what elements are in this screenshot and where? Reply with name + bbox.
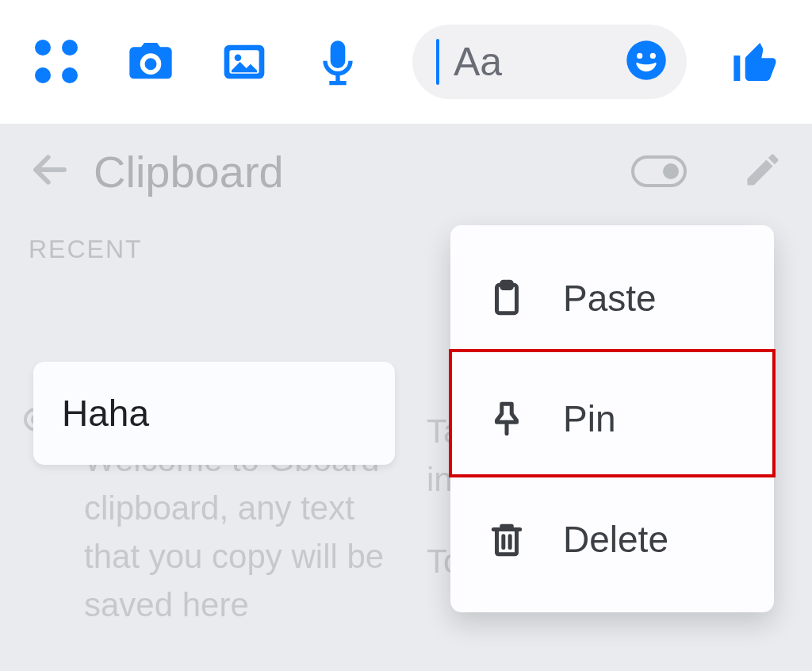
menu-item-delete[interactable]: Delete xyxy=(450,479,774,600)
clip-context-menu: Paste Pin Delete xyxy=(450,225,774,612)
clipboard-clip-chip[interactable]: Haha xyxy=(33,362,395,465)
pin-icon xyxy=(485,399,528,439)
message-input[interactable]: Aa xyxy=(412,25,687,99)
svg-point-5 xyxy=(650,53,656,59)
menu-item-pin[interactable]: Pin xyxy=(450,359,774,479)
thumbs-up-icon[interactable] xyxy=(730,36,780,87)
clip-chip-text: Haha xyxy=(62,392,149,435)
trash-icon xyxy=(485,520,528,559)
menu-label-delete: Delete xyxy=(563,518,739,561)
svg-point-4 xyxy=(637,53,642,59)
menu-item-paste[interactable]: Paste xyxy=(450,238,774,359)
edit-icon[interactable] xyxy=(742,149,783,194)
svg-point-3 xyxy=(626,40,666,80)
emoji-icon[interactable] xyxy=(625,39,668,85)
clipboard-title: Clipboard xyxy=(94,146,609,197)
gallery-icon[interactable] xyxy=(219,36,270,87)
composer-bar: Aa xyxy=(0,0,812,124)
back-icon[interactable] xyxy=(29,148,71,194)
menu-label-paste: Paste xyxy=(563,277,739,320)
camera-icon[interactable] xyxy=(125,36,176,87)
clipboard-icon xyxy=(485,278,528,318)
menu-label-pin: Pin xyxy=(563,397,739,440)
svg-rect-8 xyxy=(497,530,517,554)
input-placeholder: Aa xyxy=(454,39,502,85)
tip-welcome-text: Welcome to Gboard clipboard, any text th… xyxy=(24,436,385,630)
clipboard-toggle[interactable] xyxy=(631,155,687,187)
text-caret xyxy=(436,39,439,85)
gboard-clipboard-panel: Clipboard RECENT Welcome to Gboard clipb… xyxy=(0,124,812,671)
microphone-icon[interactable] xyxy=(312,36,363,87)
apps-grid-icon[interactable] xyxy=(32,36,82,87)
clipboard-header: Clipboard xyxy=(0,124,812,219)
svg-point-2 xyxy=(235,54,242,61)
